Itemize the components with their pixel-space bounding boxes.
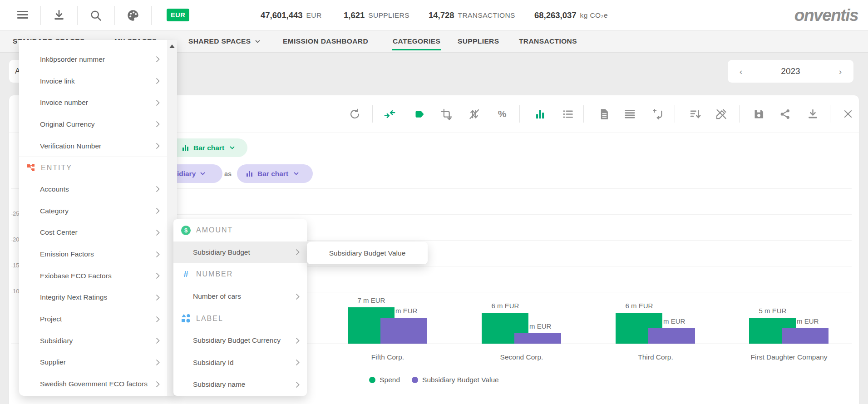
refresh-icon[interactable] xyxy=(348,108,361,120)
menu-item-original-currency[interactable]: Original Currency xyxy=(19,113,167,135)
app-window: EUR 47,601,443 EUR 1,621 SUPPLIERS 14,72… xyxy=(0,0,868,404)
menu-item-emission-factors[interactable]: Emission Factors xyxy=(19,243,167,265)
sort-descending-icon[interactable] xyxy=(689,108,701,120)
menu-item-accounts[interactable]: Accounts xyxy=(19,178,167,200)
stat-value: 47,601,443 xyxy=(261,10,303,20)
flyout-subsidiary-budget-value[interactable]: Subsidiary Budget Value xyxy=(307,242,428,264)
stat-total-spend: 47,601,443 EUR xyxy=(261,0,322,30)
spend-bar-label: 7 m EUR xyxy=(342,296,401,304)
table-rows-icon[interactable] xyxy=(623,108,636,120)
menu-item-integrity-next-ratings[interactable]: Integrity Next Ratings xyxy=(19,287,167,309)
tag-icon[interactable] xyxy=(413,108,426,120)
menu-item-supplier[interactable]: Supplier xyxy=(19,352,167,374)
nav-transactions[interactable]: TRANSACTIONS xyxy=(519,30,577,52)
nav-emission-dashboard[interactable]: EMISSION DASHBOARD xyxy=(283,30,368,52)
stat-value: 14,728 xyxy=(429,10,454,20)
submenu-section-amount: $ AMOUNT xyxy=(173,219,307,241)
chevron-right-icon xyxy=(296,293,300,300)
chevron-right-icon xyxy=(156,229,160,236)
next-year-button[interactable]: › xyxy=(839,67,842,76)
legend-item[interactable]: Subsidiary Budget Value xyxy=(412,376,499,384)
chevron-right-icon xyxy=(156,251,160,258)
chevron-right-icon xyxy=(156,99,160,106)
chevron-down-icon xyxy=(200,172,205,175)
sort-disabled-icon[interactable] xyxy=(468,108,480,120)
menu-item-exiobase-eco-factors[interactable]: Exiobase ECO Factors xyxy=(19,265,167,287)
shapes-icon xyxy=(181,314,191,323)
list-view-icon[interactable] xyxy=(561,108,574,120)
menu-item-inkopsorder-nummer[interactable]: Inköpsorder nummer xyxy=(19,49,167,70)
nav-categories[interactable]: CATEGORIES xyxy=(393,30,440,52)
menu-item-invoice-link[interactable]: Invoice link xyxy=(19,70,167,92)
menu-item-category[interactable]: Category xyxy=(19,200,167,222)
chevron-down-icon xyxy=(294,172,299,175)
chevron-right-icon xyxy=(156,316,160,323)
chevron-down-icon xyxy=(255,40,260,43)
palette-icon[interactable] xyxy=(127,9,139,22)
divider xyxy=(830,105,830,123)
menu-item-subsidiary[interactable]: Subsidiary xyxy=(19,330,167,352)
chevron-right-icon xyxy=(156,381,160,388)
onventis-logo: onventis xyxy=(794,6,858,25)
stat-transactions: 14,728 TRANSACTIONS xyxy=(429,0,515,30)
render-type-pill[interactable]: Bar chart xyxy=(237,164,313,183)
menu-item-swedish-government-eco-factors[interactable]: Swedish Government ECO factors xyxy=(19,373,167,395)
divider xyxy=(151,6,152,25)
chevron-right-icon xyxy=(156,207,160,214)
bar-budget xyxy=(380,318,427,344)
stat-value: 1,621 xyxy=(344,10,365,20)
year-value: 2023 xyxy=(781,66,800,76)
scroll-up-icon[interactable] xyxy=(169,44,175,48)
merge-values-icon[interactable] xyxy=(383,108,396,120)
submenu-item-subsidiary-budget-currency[interactable]: Subsidiary Budget Currency xyxy=(173,330,307,352)
bar-budget xyxy=(782,328,829,344)
crop-icon[interactable] xyxy=(440,108,453,120)
menu-item-verification-number[interactable]: Verification Number xyxy=(19,135,167,157)
legend-label: Spend xyxy=(380,376,400,384)
submenu-item-subsidiary-name[interactable]: Subsidiary name xyxy=(173,374,307,396)
chevron-right-icon xyxy=(296,249,300,256)
chevron-right-icon xyxy=(156,359,160,366)
download-icon[interactable] xyxy=(53,9,65,22)
stat-suppliers: 1,621 SUPPLIERS xyxy=(344,0,409,30)
share-icon[interactable] xyxy=(779,108,791,120)
as-label: as xyxy=(224,170,232,177)
spend-bar-label: 6 m EUR xyxy=(476,302,535,310)
search-icon[interactable] xyxy=(89,9,102,22)
stat-co2: 68,263,037 kg CO₂e xyxy=(534,0,608,30)
menu-item-project[interactable]: Project xyxy=(19,308,167,330)
divider xyxy=(40,6,41,25)
prev-year-button[interactable]: ‹ xyxy=(740,67,742,76)
currency-badge[interactable]: EUR xyxy=(167,9,189,21)
chevron-right-icon xyxy=(296,381,300,388)
menu-item-invoice-number[interactable]: Invoice number xyxy=(19,92,167,113)
stat-label: EUR xyxy=(306,11,322,20)
design-off-icon[interactable] xyxy=(715,108,727,120)
chevron-right-icon xyxy=(296,337,300,344)
menu-icon[interactable] xyxy=(17,9,30,22)
spend-bar-label: 5 m EUR xyxy=(743,307,802,315)
legend-item[interactable]: Spend xyxy=(369,376,400,384)
divider xyxy=(739,105,740,123)
spend-bar-label: 6 m EUR xyxy=(610,302,669,310)
menu-section-entity: ENTITY xyxy=(19,157,167,178)
submenu-item-subsidiary-id[interactable]: Subsidiary Id xyxy=(173,352,307,374)
percentage-icon[interactable]: % xyxy=(496,108,508,120)
submenu-item-subsidiary-budget[interactable]: Subsidiary Budget xyxy=(173,241,307,264)
download-widget-icon[interactable] xyxy=(806,108,819,120)
measure-submenu: $ AMOUNT Subsidiary Budget # NUMBER Numb… xyxy=(173,219,307,396)
submenu-item-number-of-cars[interactable]: Number of cars xyxy=(173,286,307,308)
report-icon[interactable] xyxy=(597,108,610,120)
stat-label: SUPPLIERS xyxy=(368,11,409,20)
close-icon[interactable] xyxy=(842,108,854,120)
pivot-icon[interactable] xyxy=(651,108,664,120)
save-icon[interactable] xyxy=(752,108,765,120)
legend-dot-icon xyxy=(412,377,418,383)
chevron-right-icon xyxy=(156,121,160,128)
legend-dot-icon xyxy=(369,377,375,383)
divider xyxy=(675,105,675,123)
bar-chart-icon[interactable] xyxy=(533,108,546,120)
nav-suppliers[interactable]: SUPPLIERS xyxy=(458,30,499,52)
nav-shared-spaces[interactable]: SHARED SPACES xyxy=(188,30,260,52)
menu-item-cost-center[interactable]: Cost Center xyxy=(19,222,167,244)
